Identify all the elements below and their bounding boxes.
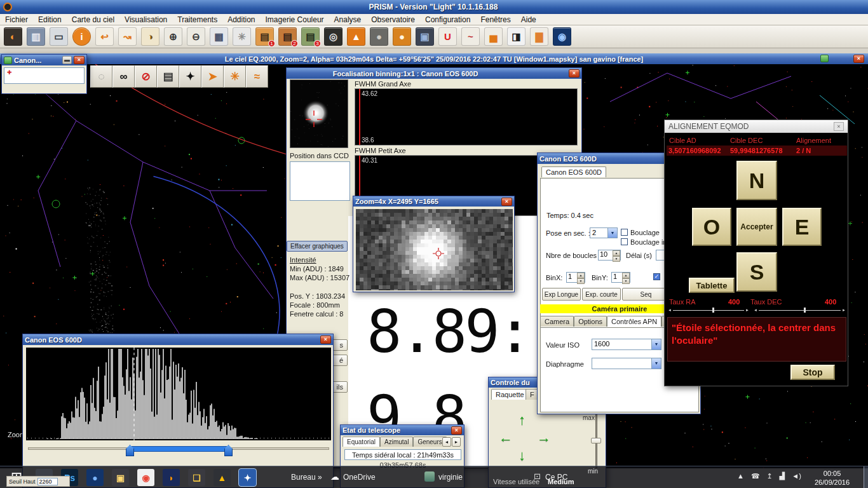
drive-icon[interactable]: ▲ [214, 469, 231, 486]
tab-raquette[interactable]: Raquette [491, 389, 529, 400]
taux-ra-slider[interactable]: ◄► [668, 307, 749, 313]
seuil-haut-input[interactable]: 2260 [37, 478, 58, 485]
cone-icon[interactable]: ▲ [347, 27, 365, 46]
menu-item[interactable]: Fichier [0, 14, 33, 25]
bars-3d-icon[interactable]: ▅ [484, 27, 503, 46]
menu-item[interactable]: Fenêtres [475, 14, 515, 25]
histogram-icon[interactable]: ▇ [530, 27, 548, 46]
celestial-sphere-icon[interactable]: ◌ [90, 65, 112, 88]
diaphragme-combo[interactable]: ▼ [592, 358, 661, 369]
menu-item[interactable]: Visualisation [119, 14, 172, 25]
gear-icon[interactable]: ✳ [233, 27, 251, 46]
firefox-icon[interactable]: ◗ [163, 469, 180, 486]
menu-item[interactable]: Carte du ciel [67, 14, 119, 25]
folder-icon[interactable]: ❏ [188, 469, 205, 486]
swoosh-icon[interactable]: ≈ [246, 65, 268, 88]
histogram-titlebar[interactable]: Canon EOS 600D × [23, 334, 333, 345]
menu-item[interactable]: Observatoire [366, 14, 420, 25]
etat-titlebar[interactable]: Etat du telescope × [341, 425, 464, 435]
iso-dropdown-arrow[interactable]: ▼ [651, 339, 661, 349]
app-blue-icon[interactable]: ● [86, 469, 104, 486]
zoom-titlebar[interactable]: Zoom=4x X=2495 Y=1665 × [353, 196, 514, 207]
speed-slider-thumb[interactable] [591, 438, 601, 444]
zoom-in-icon[interactable]: ⊕ [164, 27, 182, 46]
biny-spinner[interactable]: 1▲▼ [611, 272, 630, 283]
app-titlebar[interactable]: PRISM - Version "Light" 10.1.16.188 [0, 0, 868, 14]
collapse-icon[interactable]: ✳ [224, 65, 246, 88]
zoom-out-icon[interactable]: ⊖ [187, 27, 205, 46]
exp-longue-button[interactable]: Exp Longue [542, 288, 581, 301]
show-desktop-button[interactable] [864, 466, 868, 488]
taux-dec-slider[interactable]: ◄► [754, 307, 846, 313]
menu-item[interactable]: Imagerie Couleur [261, 14, 329, 25]
camera-3-icon[interactable]: ▤ 3 [301, 27, 320, 46]
info-icon[interactable]: i [72, 27, 91, 46]
level-range-bar[interactable] [131, 446, 229, 452]
slew-up-arrow[interactable]: ↑ [519, 413, 526, 427]
bouclage-checkbox[interactable] [621, 229, 628, 236]
tab-equatorial[interactable]: Equatorial [342, 437, 380, 447]
zoom-view-canvas[interactable] [356, 209, 513, 290]
contrast-icon[interactable]: ◑ [141, 27, 159, 46]
menu-item[interactable]: Traitements [172, 14, 222, 25]
tab-camera-main[interactable]: Canon EOS 600D [541, 166, 606, 177]
slew-south-button[interactable]: S [736, 252, 777, 292]
stop-button[interactable]: Stop [790, 365, 835, 380]
menu-item[interactable]: Aide [516, 14, 541, 25]
snapshot-icon[interactable]: ◐ [4, 27, 22, 46]
iso-combo[interactable]: 1600▼ [592, 339, 661, 350]
user-label[interactable]: virginie [438, 473, 463, 482]
binoculars-icon[interactable]: ∞ [112, 65, 135, 88]
chrome-icon[interactable]: ◉ [137, 469, 154, 486]
printer-icon[interactable]: ▤ [157, 65, 179, 88]
zoom-close-icon[interactable]: × [501, 198, 512, 206]
pose-combo[interactable]: 2▼ [590, 227, 618, 238]
menu-item[interactable]: Configuration [420, 14, 475, 25]
camera-1-icon[interactable]: ▤ 1 [255, 27, 274, 46]
nbre-boucles-spinner[interactable]: 10▲▼ [598, 250, 621, 261]
seq-button[interactable]: Seq [622, 288, 670, 301]
no-entry-icon[interactable]: ⊘ [135, 65, 157, 88]
slew-east-button[interactable]: E [782, 208, 822, 246]
bouclage-infini-checkbox[interactable] [621, 238, 628, 245]
moon-icon[interactable]: ● [370, 27, 388, 46]
taskbar-clock[interactable]: 00:05 26/09/2016 [815, 469, 850, 487]
tab-controles-apn[interactable]: Contrôles APN [607, 316, 661, 327]
exp-courte-button[interactable]: Exp. courte [582, 288, 621, 301]
display-icon[interactable]: ▭ [50, 27, 68, 46]
etat-close-icon[interactable]: × [451, 426, 462, 435]
map-close-icon[interactable]: × [853, 55, 864, 63]
undo-icon[interactable]: ↩ [95, 27, 114, 46]
tablette-button[interactable]: Tablette [689, 278, 735, 293]
telescope-icon[interactable]: ◎ [324, 27, 342, 46]
focalisation-close-icon[interactable]: × [569, 69, 580, 78]
explorer-icon[interactable]: ▣ [112, 469, 129, 486]
diaphragme-dropdown-arrow[interactable]: ▼ [651, 358, 661, 369]
menu-item[interactable]: Analyse [329, 14, 367, 25]
prism-icon[interactable]: ✦ [239, 469, 256, 486]
eqmod-close-icon[interactable]: × [834, 122, 844, 131]
planet-icon[interactable]: ◉ [553, 27, 571, 46]
tab-geneurs[interactable]: Geneurs [413, 437, 446, 447]
camera-2-icon[interactable]: ▤ 2 [278, 27, 297, 46]
spectrum-icon[interactable]: ~ [461, 27, 480, 46]
accepter-button[interactable]: Accepter [736, 208, 777, 246]
update-icon[interactable]: ↥ [767, 472, 773, 480]
tabs-scroll-right-icon[interactable]: ► [452, 437, 461, 447]
orange-arrow-icon[interactable]: ➤ [201, 65, 224, 88]
pose-dropdown-arrow[interactable]: ▼ [607, 228, 617, 238]
focalisation-titlebar[interactable]: Focalisation binning:1x1 : Canon EOS 600… [287, 68, 581, 79]
tab-azimutal[interactable]: Azimutal [380, 437, 413, 447]
binx-spinner[interactable]: 1▲▼ [566, 272, 585, 283]
grid-icon[interactable]: ▦ [210, 27, 228, 46]
slew-right-arrow[interactable]: → [537, 431, 551, 445]
user-avatar[interactable] [424, 471, 435, 482]
slew-north-button[interactable]: N [736, 161, 777, 200]
tab-options[interactable]: Options [574, 316, 607, 327]
slew-left-arrow[interactable]: ← [499, 431, 513, 445]
eqmod-titlebar[interactable]: ALIGNEMENT EQMOD × [665, 120, 848, 133]
magnet-icon[interactable]: U [438, 27, 457, 46]
effacer-graphiques-button[interactable]: Effacer graphiques [287, 241, 348, 252]
histogram-canvas[interactable] [26, 348, 331, 440]
map-titlebar[interactable]: Le ciel EQ.2000, Zoom=2, Alpha= 03h29m04… [0, 53, 868, 64]
